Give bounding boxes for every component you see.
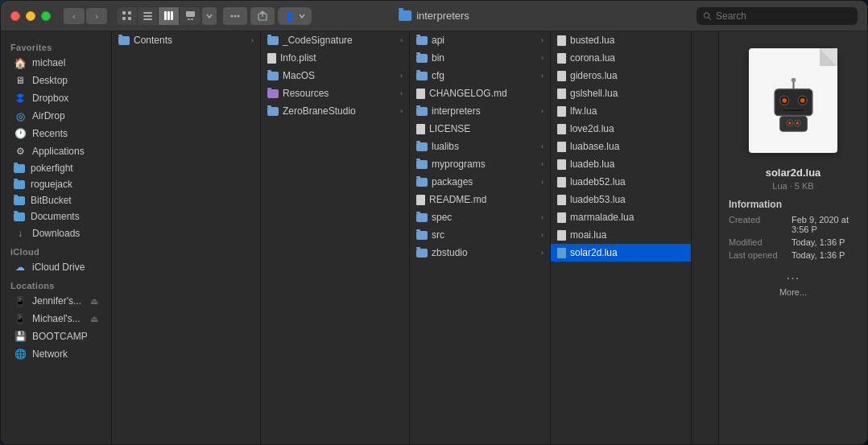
list-view-button[interactable]	[138, 7, 159, 25]
pane-item-zbstudio[interactable]: zbstudio ›	[410, 244, 550, 262]
sidebar-item-airdrop[interactable]: ◎ AirDrop	[4, 107, 108, 125]
pane-item-infoplist[interactable]: Info.plist	[261, 49, 409, 67]
file-icon	[557, 195, 566, 205]
pane-item-lualibs[interactable]: lualibs ›	[410, 138, 550, 155]
pane-item-resources[interactable]: Resources ›	[261, 84, 409, 102]
folder-icon	[416, 36, 428, 45]
gallery-view-button[interactable]	[180, 7, 200, 25]
sidebar-item-bitbucket[interactable]: BitBucket	[4, 192, 108, 208]
sidebar-item-jennifers[interactable]: 📱 Jennifer's... ⏏	[4, 292, 108, 310]
svg-rect-8	[167, 11, 170, 20]
pane-item-lfw[interactable]: lfw.lua	[551, 102, 691, 120]
eject-icon[interactable]: ⏏	[90, 296, 98, 307]
sidebar-item-pokerfight[interactable]: pokerfight	[4, 160, 108, 176]
column-view-button[interactable]	[159, 7, 180, 25]
pane-item-packages[interactable]: packages ›	[410, 173, 550, 191]
sidebar-item-applications[interactable]: ⚙ Applications	[4, 142, 108, 160]
view-dropdown-button[interactable]	[202, 7, 217, 25]
icon-view-button[interactable]	[117, 7, 138, 25]
pane-item-busted[interactable]: busted.lua	[551, 31, 691, 49]
pane-item-contents[interactable]: Contents ›	[112, 31, 260, 49]
pane-item-api[interactable]: api ›	[410, 31, 550, 49]
file-icon	[557, 35, 566, 46]
pane-item-moai[interactable]: moai.lua	[551, 226, 691, 244]
pane-item-zerobrainestudio[interactable]: ZeroBraneStudio ›	[261, 102, 409, 120]
more-button[interactable]: ··· More...	[779, 271, 807, 297]
pane-item-myprograms[interactable]: myprograms ›	[410, 155, 550, 173]
file-icon	[557, 124, 566, 134]
svg-rect-3	[128, 17, 131, 20]
eject-icon2[interactable]: ⏏	[90, 314, 98, 324]
sidebar-item-network[interactable]: 🌐 Network	[4, 345, 108, 363]
dropbox-button[interactable]	[278, 7, 312, 25]
pane-item-license[interactable]: LICENSE	[410, 120, 550, 138]
share-button[interactable]	[250, 7, 275, 25]
minimize-button[interactable]	[26, 11, 35, 21]
pane-item-luadeb52[interactable]: luadeb52.lua	[551, 173, 691, 191]
sidebar-item-downloads[interactable]: ↓ Downloads	[4, 225, 108, 242]
svg-rect-5	[143, 15, 152, 17]
pane-item-cfg[interactable]: cfg ›	[410, 67, 550, 84]
pane-item-luadeb[interactable]: luadeb.lua	[551, 155, 691, 173]
sidebar-item-michael[interactable]: 🏠 michael	[4, 54, 108, 72]
icloud-icon: ☁	[14, 261, 27, 274]
pane-item-spec[interactable]: spec ›	[410, 208, 550, 226]
pane-item-luabase[interactable]: luabase.lua	[551, 138, 691, 155]
chevron-icon: ›	[541, 54, 544, 62]
chevron-icon: ›	[400, 89, 403, 97]
more-label: More...	[779, 287, 807, 297]
folder-icon	[416, 231, 428, 240]
pane-item-luadeb53[interactable]: luadeb53.lua	[551, 191, 691, 208]
svg-point-31	[796, 122, 799, 125]
svg-point-14	[234, 14, 237, 17]
finder-window: ‹ ›	[0, 0, 868, 445]
forward-button[interactable]: ›	[86, 8, 107, 24]
pane-item-solar2d[interactable]: solar2d.lua	[551, 244, 691, 262]
pane-item-interpreters[interactable]: interpreters ›	[410, 102, 550, 120]
device-icon: 📱	[14, 295, 27, 307]
svg-rect-11	[188, 19, 190, 20]
svg-rect-4	[143, 12, 152, 14]
close-button[interactable]	[10, 11, 20, 21]
last-opened-value: Today, 1:36 P	[792, 250, 845, 260]
pane-item-src[interactable]: src ›	[410, 226, 550, 244]
folder-icon	[267, 107, 279, 116]
pane-item-marmalade[interactable]: marmalade.lua	[551, 208, 691, 226]
pane-item-love2d[interactable]: love2d.lua	[551, 120, 691, 138]
downloads-icon: ↓	[14, 227, 27, 240]
preview-icon	[737, 44, 849, 157]
pane-item-macos[interactable]: MacOS ›	[261, 67, 409, 84]
folder-icon	[267, 72, 279, 80]
pane-item-readme[interactable]: README.md	[410, 191, 550, 208]
icloud-label: iCloud	[1, 242, 111, 258]
pane-2: _CodeSignature › Info.plist MacOS › Reso…	[261, 31, 410, 444]
search-box[interactable]	[696, 7, 858, 25]
pane-item-gslshell[interactable]: gslshell.lua	[551, 84, 691, 102]
pane-item-corona[interactable]: corona.lua	[551, 49, 691, 67]
sidebar-item-roguejack[interactable]: roguejack	[4, 176, 108, 192]
created-label: Created	[729, 215, 788, 234]
maximize-button[interactable]	[41, 11, 51, 21]
sidebar-item-bootcamp[interactable]: 💾 BOOTCAMP	[4, 328, 108, 345]
sidebar-item-recents[interactable]: 🕐 Recents	[4, 125, 108, 142]
search-input[interactable]	[716, 10, 851, 22]
pane-item-codesignature[interactable]: _CodeSignature ›	[261, 31, 409, 49]
chevron-icon: ›	[541, 249, 544, 257]
pane-item-bin[interactable]: bin ›	[410, 49, 550, 67]
svg-rect-26	[782, 109, 804, 112]
back-button[interactable]: ‹	[64, 8, 85, 24]
sidebar-item-dropbox[interactable]: Dropbox	[4, 89, 108, 107]
sidebar-item-documents[interactable]: Documents	[4, 208, 108, 225]
pane-item-changelog[interactable]: CHANGELOG.md	[410, 84, 550, 102]
sidebar-item-desktop[interactable]: 🖥 Desktop	[4, 72, 108, 89]
sidebar-item-icloud-drive[interactable]: ☁ iCloud Drive	[4, 258, 108, 276]
folder-icon	[14, 164, 25, 173]
svg-rect-2	[122, 17, 126, 20]
pane-item-gideros[interactable]: gideros.lua	[551, 67, 691, 84]
robot-svg	[763, 74, 824, 134]
svg-point-23	[800, 98, 804, 103]
action-button[interactable]	[223, 7, 247, 25]
sidebar-item-michaels[interactable]: 📱 Michael's... ⏏	[4, 310, 108, 328]
preview-info-table: Created Feb 9, 2020 at 3:56 P Modified T…	[729, 215, 858, 263]
airdrop-icon: ◎	[14, 109, 27, 122]
